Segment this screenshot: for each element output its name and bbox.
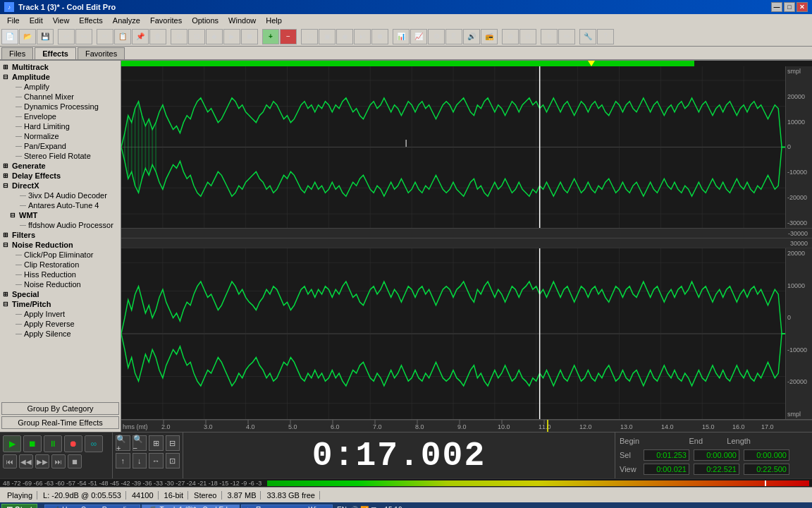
- sidebar-item-3ivx[interactable]: 3ivx D4 Audio Decoder: [0, 190, 121, 200]
- sidebar-item-amplify[interactable]: Amplify: [0, 82, 121, 92]
- toolbar-b6[interactable]: +: [262, 29, 279, 44]
- group-by-category-btn[interactable]: Group By Category: [1, 402, 119, 415]
- menu-effects[interactable]: Effects: [75, 16, 106, 25]
- zoom-sel-btn[interactable]: ⊟: [166, 435, 180, 451]
- play-btn[interactable]: ▶: [3, 435, 21, 452]
- zoom-out-btn[interactable]: 🔍−: [133, 435, 147, 451]
- toolbar-b11[interactable]: ⏯: [354, 29, 371, 44]
- group-realtime-btn[interactable]: Group Real-Time Effects: [1, 416, 119, 429]
- sidebar-item-dynamics[interactable]: Dynamics Processing: [0, 102, 121, 111]
- sel-length-input[interactable]: [744, 449, 789, 461]
- start-button[interactable]: ⊞ Start: [1, 504, 37, 509]
- toolbar-b4[interactable]: ▶: [223, 29, 240, 44]
- stop2-btn[interactable]: ⏹: [68, 454, 82, 468]
- sidebar-group-delay-effects[interactable]: ⊞ Delay Effects: [0, 171, 121, 181]
- toolbar-b14[interactable]: 📈: [410, 29, 427, 44]
- sidebar-group-noise-reduction[interactable]: ⊟ Noise Reduction: [0, 240, 121, 250]
- menu-window[interactable]: Window: [224, 16, 260, 25]
- taskbar-cooledit[interactable]: 🎵 Track 1 (3)* - Cool Ed...: [142, 504, 240, 509]
- sel-begin-input[interactable]: [644, 449, 689, 461]
- minimize-button[interactable]: —: [771, 2, 782, 12]
- toolbar-b2[interactable]: ⊟: [188, 29, 205, 44]
- menu-edit[interactable]: Edit: [25, 16, 47, 25]
- sidebar-item-apply-silence[interactable]: Apply Silence: [0, 329, 121, 339]
- taskbar-player[interactable]: ▶ Проигрыватель Win...: [241, 504, 333, 509]
- toolbar-b21[interactable]: 🖱: [541, 29, 558, 44]
- pause-btn[interactable]: ⏸: [44, 435, 62, 452]
- sidebar-group-directx[interactable]: ⊟ DirectX: [0, 181, 121, 190]
- sidebar-item-channel-mixer[interactable]: Channel Mixer: [0, 92, 121, 102]
- sidebar-item-ffdshow[interactable]: ffdshow Audio Processor: [0, 220, 121, 230]
- sidebar-item-click-pop[interactable]: Click/Pop Eliminator: [0, 250, 121, 260]
- toolbar-b5[interactable]: ⏹: [241, 29, 258, 44]
- menu-options[interactable]: Options: [187, 16, 223, 25]
- sidebar-item-autotune[interactable]: Antares Auto-Tune 4: [0, 200, 121, 210]
- sidebar-item-clip-restoration[interactable]: Clip Restoration: [0, 260, 121, 270]
- toolbar-b8[interactable]: ◫: [301, 29, 318, 44]
- toolbar-b7[interactable]: −: [280, 29, 297, 44]
- tab-effects[interactable]: Effects: [35, 47, 76, 59]
- toolbar-b3[interactable]: ◆: [206, 29, 223, 44]
- zoom-out-vert-btn[interactable]: ↓: [133, 453, 147, 468]
- goto-start-btn[interactable]: ⏮: [3, 454, 17, 468]
- sidebar-group-timepitch[interactable]: ⊟ Time/Pitch: [0, 299, 121, 309]
- toolbar-save[interactable]: 💾: [37, 29, 54, 44]
- toolbar-b18[interactable]: 📻: [481, 29, 498, 44]
- toolbar-redo[interactable]: ↪: [75, 29, 92, 44]
- toolbar-copy[interactable]: 📋: [114, 29, 131, 44]
- menu-analyze[interactable]: Analyze: [109, 16, 144, 25]
- sidebar-group-filters[interactable]: ⊞ Filters: [0, 230, 121, 240]
- toolbar-b16[interactable]: 🎚: [445, 29, 462, 44]
- zoom-fit-btn[interactable]: ⊡: [166, 453, 180, 468]
- progress-bar-container[interactable]: [121, 61, 812, 66]
- toolbar-b1[interactable]: ⊞: [171, 29, 187, 44]
- sidebar-item-envelope[interactable]: Envelope: [0, 111, 121, 121]
- sidebar-item-normalize[interactable]: Normalize: [0, 131, 121, 141]
- toolbar-delete[interactable]: 🗑: [149, 29, 166, 44]
- zoom-horiz-btn[interactable]: ↔: [149, 453, 164, 468]
- toolbar-cut[interactable]: ✂: [97, 29, 113, 44]
- close-button[interactable]: ✕: [796, 2, 808, 12]
- sidebar-item-stereo-field[interactable]: Stereo Field Rotate: [0, 151, 121, 161]
- zoom-full-btn[interactable]: ⊞: [149, 435, 164, 451]
- toolbar-b20[interactable]: ⊖: [519, 29, 536, 44]
- toolbar-b17[interactable]: 🔊: [463, 29, 480, 44]
- toolbar-b10[interactable]: ◉: [336, 29, 353, 44]
- toolbar-b9[interactable]: ▣: [319, 29, 336, 44]
- sidebar-group-special[interactable]: ⊞ Special: [0, 289, 121, 299]
- taskbar-hypercam[interactable]: 📹 HyperCam - Recording: [44, 504, 140, 509]
- toolbar-b12[interactable]: ⏺: [371, 29, 388, 44]
- toolbar-paste[interactable]: 📌: [132, 29, 149, 44]
- waveform-lower[interactable]: 20000 10000 0 -10000 -20000 smpl: [121, 248, 812, 419]
- sidebar-item-hard-limiting[interactable]: Hard Limiting: [0, 121, 121, 131]
- waveform-upper[interactable]: smpl 20000 10000 0 -10000 -20000 -30000: [121, 66, 812, 229]
- toolbar-new[interactable]: 📄: [1, 29, 18, 44]
- menu-favorites[interactable]: Favorites: [146, 16, 186, 25]
- toolbar-b13[interactable]: 📊: [393, 29, 410, 44]
- tab-favorites[interactable]: Favorites: [78, 47, 125, 59]
- menu-help[interactable]: Help: [262, 16, 286, 25]
- view-begin-input[interactable]: [644, 464, 689, 475]
- toolbar-b22[interactable]: ✏: [558, 29, 575, 44]
- sidebar-group-amplitude[interactable]: ⊟ Amplitude: [0, 72, 121, 82]
- zoom-in-btn[interactable]: 🔍+: [116, 435, 130, 451]
- sidebar-item-apply-invert[interactable]: Apply Invert: [0, 309, 121, 319]
- sidebar-item-noise-reduction[interactable]: Noise Reduction: [0, 279, 121, 289]
- sidebar-item-hiss[interactable]: Hiss Reduction: [0, 270, 121, 279]
- view-end-input[interactable]: [694, 464, 739, 475]
- menu-view[interactable]: View: [49, 16, 74, 25]
- toolbar-help[interactable]: ?: [597, 29, 614, 44]
- sel-end-input[interactable]: [694, 449, 739, 461]
- menu-file[interactable]: File: [3, 16, 24, 25]
- loop-btn[interactable]: ∞: [85, 435, 103, 452]
- toolbar-undo[interactable]: ↩: [58, 29, 75, 44]
- toolbar-b23[interactable]: 🔧: [579, 29, 596, 44]
- maximize-button[interactable]: □: [784, 2, 795, 12]
- record-btn[interactable]: ⏺: [64, 435, 82, 452]
- zoom-in-vert-btn[interactable]: ↑: [116, 453, 130, 468]
- sidebar-group-wmt[interactable]: ⊟ WMT: [0, 210, 121, 220]
- goto-end-btn[interactable]: ⏭: [51, 454, 66, 468]
- tab-files[interactable]: Files: [1, 47, 33, 59]
- toolbar-b19[interactable]: ⊕: [502, 29, 519, 44]
- view-length-input[interactable]: [744, 464, 789, 475]
